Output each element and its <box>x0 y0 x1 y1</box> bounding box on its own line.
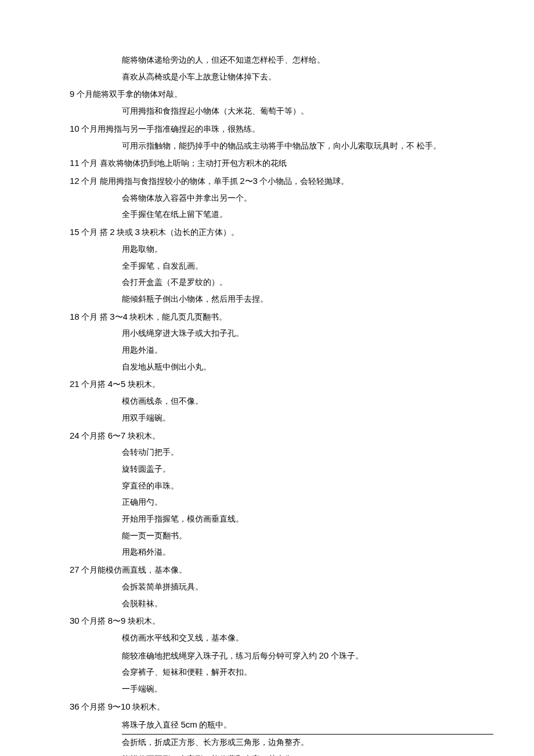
text-line: 24 个月搭 6〜7 块积木。 <box>70 427 470 445</box>
body-text: 一手端碗。 <box>122 685 163 693</box>
body-text: 旋转圆盖子。 <box>122 465 171 473</box>
text-line: 用双手端碗。 <box>70 410 470 427</box>
text-line: 可用示指触物，能扔掉手中的物品或主动将手中物品放下，向小儿索取玩具时，不 松手。 <box>70 138 470 155</box>
body-text: 用匙外溢。 <box>122 346 163 355</box>
body-text: 会将物体放入容器中并拿出另一个。 <box>122 194 252 202</box>
body-text: 个月能模仿画直线，基本像。 <box>80 566 187 574</box>
text-line: 15 个月 搭 2 块或 3 块积木（边长的正方体）。 <box>70 223 470 241</box>
body-text: 喜欢从高椅或是小车上故意让物体掉下去。 <box>122 73 276 81</box>
body-text: 块积木。 <box>131 703 165 711</box>
text-line: 18 个月 搭 3〜4 块积木，能几页几页翻书。 <box>70 308 470 326</box>
body-text: 会拆装简单拼插玩具。 <box>122 583 203 591</box>
body-text: 〜 <box>113 617 121 625</box>
number-text: 8 <box>108 616 113 625</box>
number-text: 18 <box>70 312 80 321</box>
body-text: 用匙取物。 <box>122 245 163 254</box>
text-line: 模仿画水平线和交叉线，基本像。 <box>70 630 470 647</box>
number-text: 11 <box>70 158 80 168</box>
text-line: 正确用勺。 <box>70 494 470 511</box>
body-text: 会穿裤子、短袜和便鞋，解开衣扣。 <box>122 668 252 677</box>
text-line: 会折纸，折成正方形、长方形或三角形，边角整齐。 <box>70 735 470 751</box>
number-text: 4 <box>123 312 128 321</box>
number-text: 10 <box>70 124 80 133</box>
number-text: 24 <box>70 431 80 440</box>
text-line: 开始用手指握笔，模仿画垂直线。 <box>70 511 470 528</box>
text-line: 穿直径的串珠。 <box>70 478 470 495</box>
text-line: 30 个月搭 8〜9 块积木。 <box>70 612 470 630</box>
body-text: 个月能将双手拿的物体对敲。 <box>74 90 182 99</box>
number-text: 10 <box>121 701 131 711</box>
body-text: 模仿画水平线和交叉线，基本像。 <box>122 634 244 642</box>
number-text: 12 <box>70 176 80 186</box>
number-text: 15 <box>70 227 80 237</box>
text-line: 会打开盒盖（不是罗纹的）。 <box>70 274 470 291</box>
text-line: 11 个月 喜欢将物体扔到地上听响；主动打开包方积木的花纸 <box>70 154 470 172</box>
body-text: 用小线绳穿进大珠子或大扣子孔。 <box>122 329 244 338</box>
text-line: 能模仿画圆形、十字形。能临摹和十字，基本像。 <box>70 751 470 756</box>
text-line: 全手握住笔在纸上留下笔道。 <box>70 207 470 223</box>
number-text: 9 <box>108 701 113 711</box>
body-text: 块积木。 <box>125 380 160 389</box>
body-text: 个月搭 <box>80 432 108 440</box>
body-text: 穿直径的串珠。 <box>122 482 179 490</box>
body-text: 可用示指触物，能扔掉手中的物品或主动将手中物品放下，向小儿索取玩具时，不 松手。 <box>122 142 441 150</box>
number-text: 2 <box>110 227 114 237</box>
body-text: 开始用手指握笔，模仿画垂直线。 <box>122 515 244 523</box>
number-text: 2 <box>240 176 244 186</box>
number-text: 6 <box>108 431 113 440</box>
body-text: 将珠子放入直径 <box>122 721 181 729</box>
body-text: 正确用勺。 <box>122 498 163 507</box>
body-text: 能较准确地把线绳穿入珠子孔，练习后每分钟可穿入约 <box>122 652 319 660</box>
body-text: 个月 搭 <box>80 313 110 321</box>
body-text: 自发地从瓶中倒出小丸。 <box>122 363 211 371</box>
text-line: 旋转圆盖子。 <box>70 461 470 478</box>
text-line: 能倾斜瓶子倒出小物体，然后用手去捏。 <box>70 291 470 308</box>
text-line: 会脱鞋袜。 <box>70 596 470 613</box>
body-text: 会打开盒盖（不是罗纹的）。 <box>122 278 228 287</box>
body-text: 块积木（边长的正方体）。 <box>140 228 240 237</box>
number-text: 30 <box>70 616 80 625</box>
body-text: 〜 <box>113 380 121 389</box>
number-text: 27 <box>70 565 80 574</box>
text-line: 喜欢从高椅或是小车上故意让物体掉下去。 <box>70 69 470 86</box>
body-text: 模仿画线条，但不像。 <box>122 397 203 406</box>
number-text: 20 <box>319 650 329 660</box>
text-line: 10 个月用拇指与另一手指准确捏起的串珠，很熟练。 <box>70 120 470 138</box>
text-line: 9 个月能将双手拿的物体对敲。 <box>70 85 470 103</box>
text-line: 全手握笔，自发乱画。 <box>70 258 470 275</box>
text-line: 自发地从瓶中倒出小丸。 <box>70 359 470 376</box>
text-line: 27 个月能模仿画直线，基本像。 <box>70 561 470 579</box>
body-text: 可用拇指和食指捏起小物体（大米花、葡萄干等）。 <box>122 107 309 115</box>
body-text: 块积木。 <box>125 432 160 440</box>
text-line: 会转动门把手。 <box>70 444 470 461</box>
body-text: 〜 <box>113 432 121 440</box>
body-text: 全手握住笔在纸上留下笔道。 <box>122 210 228 219</box>
text-line: 会将物体放入容器中并拿出另一个。 <box>70 190 470 207</box>
underlined-text: 将珠子放入直径 5cm 的瓶中。 <box>122 716 493 735</box>
number-text: 5cm <box>181 719 197 729</box>
number-text: 3 <box>110 312 114 321</box>
body-text: 个月搭 <box>80 617 108 625</box>
body-text: 会折纸，折成正方形、长方形或三角形，边角整齐。 <box>122 738 309 747</box>
body-text: 个月 能用拇指与食指捏较小的物体，单手抓 <box>80 177 240 186</box>
body-text: 会脱鞋袜。 <box>122 599 163 608</box>
text-line: 能将物体递给旁边的人，但还不知道怎样松手、怎样给。 <box>70 52 470 69</box>
text-line: 21 个月搭 4〜5 块积木。 <box>70 375 470 393</box>
body-text: 用匙稍外溢。 <box>122 548 171 556</box>
text-line: 用匙稍外溢。 <box>70 544 470 561</box>
text-line: 将珠子放入直径 5cm 的瓶中。 <box>70 716 470 735</box>
text-line: 会拆装简单拼插玩具。 <box>70 579 470 596</box>
number-text: 21 <box>70 379 80 389</box>
body-text: 能将物体递给旁边的人，但还不知道怎样松手、怎样给。 <box>122 56 325 64</box>
text-line: 能较准确地把线绳穿入珠子孔，练习后每分钟可穿入约 20 个珠子。 <box>70 647 470 665</box>
document-body: 能将物体递给旁边的人，但还不知道怎样松手、怎样给。喜欢从高椅或是小车上故意让物体… <box>70 52 470 756</box>
number-text: 3 <box>253 176 258 186</box>
body-text: 块积木，能几页几页翻书。 <box>128 313 228 321</box>
body-text: 〜 <box>115 313 123 321</box>
body-text: 能倾斜瓶子倒出小物体，然后用手去捏。 <box>122 295 268 303</box>
body-text: 能一页一页翻书。 <box>122 531 187 540</box>
text-line: 能一页一页翻书。 <box>70 528 470 545</box>
body-text: 〜 <box>245 177 253 186</box>
body-text: 个月 喜欢将物体扔到地上听响；主动打开包方积木的花纸 <box>80 159 287 168</box>
text-line: 用小线绳穿进大珠子或大扣子孔。 <box>70 325 470 342</box>
